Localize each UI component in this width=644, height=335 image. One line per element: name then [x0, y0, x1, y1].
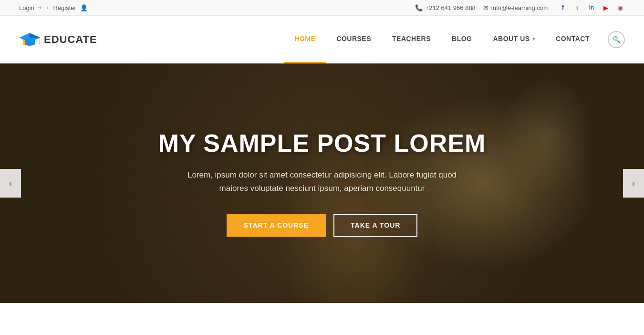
nav-blog[interactable]: BLOG [441, 16, 482, 63]
nav-home[interactable]: HOME [284, 16, 326, 63]
register-icon: 👤 [80, 4, 88, 11]
phone-number: +212 641 966 888 [426, 4, 476, 11]
start-course-button[interactable]: START A COURSE [227, 214, 326, 237]
logo-text: EDUCATE [44, 33, 97, 46]
svg-marker-1 [30, 33, 40, 38]
nav-teachers[interactable]: TEACHERS [382, 16, 441, 63]
top-bar-right: 📞 +212 641 966 888 ✉ info@e-learning.com… [415, 3, 625, 12]
social-icons: f t in ▶ ◉ [558, 3, 625, 12]
hero-title: MY SAMPLE POST LOREM [158, 130, 486, 157]
header: EDUCATE HOME COURSES TEACHERS BLOG ABOUT… [0, 16, 644, 63]
hero-content: MY SAMPLE POST LOREM Lorem, ipsum dolor … [0, 63, 644, 303]
youtube-icon[interactable]: ▶ [601, 3, 611, 12]
nav-contact[interactable]: CONTACT [545, 16, 600, 63]
email-address: info@e-learning.com [491, 4, 549, 11]
auth-links: Login ➜ / Register 👤 [19, 4, 88, 11]
register-link[interactable]: Register [53, 4, 76, 11]
phone-icon: 📞 [415, 4, 423, 11]
chevron-left-icon: ‹ [9, 178, 12, 188]
facebook-icon[interactable]: f [558, 3, 568, 12]
logo[interactable]: EDUCATE [19, 29, 105, 50]
nav-about[interactable]: ABOUT US ▾ [482, 16, 545, 63]
linkedin-icon[interactable]: in [587, 3, 596, 12]
contact-info: 📞 +212 641 966 888 ✉ info@e-learning.com [415, 4, 549, 11]
logo-icon [19, 29, 40, 50]
nav-courses[interactable]: COURSES [326, 16, 382, 63]
slider-prev-button[interactable]: ‹ [0, 169, 21, 198]
twitter-icon[interactable]: t [572, 3, 582, 12]
hero-section: ‹ MY SAMPLE POST LOREM Lorem, ipsum dolo… [0, 63, 644, 303]
login-link[interactable]: Login [19, 4, 34, 11]
chevron-right-icon: › [632, 178, 635, 188]
top-bar: Login ➜ / Register 👤 📞 +212 641 966 888 … [0, 0, 644, 16]
search-button[interactable]: 🔍 [608, 31, 625, 48]
svg-point-3 [39, 42, 40, 44]
hero-buttons: START A COURSE TAKE A TOUR [227, 214, 418, 237]
chevron-down-icon: ▾ [532, 36, 535, 42]
svg-rect-4 [23, 40, 25, 45]
phone-info: 📞 +212 641 966 888 [415, 4, 476, 11]
email-icon: ✉ [483, 4, 488, 11]
instagram-icon[interactable]: ◉ [615, 3, 625, 12]
main-nav: HOME COURSES TEACHERS BLOG ABOUT US ▾ CO… [284, 16, 625, 63]
email-info: ✉ info@e-learning.com [483, 4, 549, 11]
slider-next-button[interactable]: › [623, 169, 644, 198]
auth-separator: ➜ [37, 4, 42, 11]
search-icon: 🔍 [613, 36, 621, 43]
take-tour-button[interactable]: TAKE A TOUR [333, 214, 417, 237]
hero-description: Lorem, ipsum dolor sit amet consectetur … [174, 168, 470, 194]
